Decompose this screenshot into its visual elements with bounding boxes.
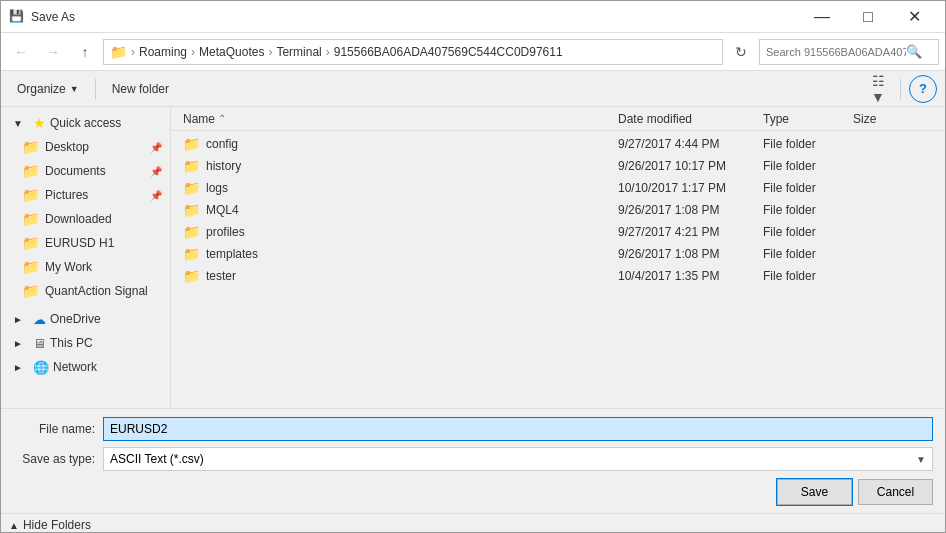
saveastype-row: Save as type: ASCII Text (*.csv) ▼ bbox=[13, 447, 933, 471]
toolbar: Organize ▼ New folder ☷ ▼ ? bbox=[1, 71, 945, 107]
folder-icon: 📁 bbox=[183, 224, 200, 240]
file-name-text: MQL4 bbox=[206, 203, 239, 217]
cancel-button[interactable]: Cancel bbox=[858, 479, 933, 505]
table-row[interactable]: 📁 config 9/27/2017 4:44 PM File folder bbox=[171, 133, 945, 155]
sidebar-item-documents[interactable]: 📁 Documents 📌 bbox=[13, 159, 170, 183]
file-type-cell: File folder bbox=[763, 247, 853, 261]
sidebar-item-pictures[interactable]: 📁 Pictures 📌 bbox=[13, 183, 170, 207]
column-header-type[interactable]: Type bbox=[763, 112, 853, 126]
desktop-pin-icon: 📌 bbox=[150, 142, 162, 153]
sidebar-item-desktop[interactable]: 📁 Desktop 📌 bbox=[13, 135, 170, 159]
help-button[interactable]: ? bbox=[909, 75, 937, 103]
file-name-text: profiles bbox=[206, 225, 245, 239]
refresh-button[interactable]: ↻ bbox=[727, 38, 755, 66]
folder-icon: 📁 bbox=[183, 246, 200, 262]
table-row[interactable]: 📁 tester 10/4/2017 1:35 PM File folder bbox=[171, 265, 945, 287]
file-name-cell: 📁 logs bbox=[183, 180, 618, 196]
file-name-cell: 📁 templates bbox=[183, 246, 618, 262]
close-button[interactable]: ✕ bbox=[891, 1, 937, 33]
sidebar-quick-access-header[interactable]: ▼ ★ Quick access bbox=[1, 111, 170, 135]
sidebar-pictures-label: Pictures bbox=[45, 188, 88, 202]
file-name-text: templates bbox=[206, 247, 258, 261]
sidebar-network-label: Network bbox=[53, 360, 97, 374]
thispc-chevron-icon: ► bbox=[9, 334, 27, 352]
back-button[interactable]: ← bbox=[7, 38, 35, 66]
maximize-button[interactable]: □ bbox=[845, 1, 891, 33]
sidebar-item-onedrive[interactable]: ► ☁ OneDrive bbox=[1, 307, 170, 331]
hide-folders-button[interactable]: ▲ Hide Folders bbox=[9, 518, 91, 532]
pictures-pin-icon: 📌 bbox=[150, 190, 162, 201]
network-icon: 🌐 bbox=[33, 360, 49, 375]
sidebar-item-thispc[interactable]: ► 🖥 This PC bbox=[1, 331, 170, 355]
minimize-button[interactable]: — bbox=[799, 1, 845, 33]
file-date-cell: 9/26/2017 1:08 PM bbox=[618, 203, 763, 217]
file-type-cell: File folder bbox=[763, 269, 853, 283]
sidebar-item-quantaction[interactable]: 📁 QuantAction Signal bbox=[13, 279, 170, 303]
folder-icon: 📁 bbox=[183, 180, 200, 196]
saveastype-value: ASCII Text (*.csv) bbox=[110, 452, 204, 466]
file-name-cell: 📁 config bbox=[183, 136, 618, 152]
sidebar-mywork-label: My Work bbox=[45, 260, 92, 274]
file-name-cell: 📁 profiles bbox=[183, 224, 618, 240]
folder-icon: 📁 bbox=[183, 202, 200, 218]
path-home-icon: 📁 bbox=[110, 44, 127, 60]
titlebar: 💾 Save As — □ ✕ bbox=[1, 1, 945, 33]
path-part-terminal: Terminal bbox=[276, 45, 321, 59]
search-input[interactable] bbox=[766, 46, 906, 58]
hide-folders-chevron-icon: ▲ bbox=[9, 520, 19, 531]
sidebar-desktop-label: Desktop bbox=[45, 140, 89, 154]
desktop-folder-icon: 📁 bbox=[21, 138, 39, 156]
file-name-text: history bbox=[206, 159, 241, 173]
file-list-header: Name ⌃ Date modified Type Size bbox=[171, 107, 945, 131]
table-row[interactable]: 📁 MQL4 9/26/2017 1:08 PM File folder bbox=[171, 199, 945, 221]
column-header-date[interactable]: Date modified bbox=[618, 112, 763, 126]
file-date-cell: 9/26/2017 10:17 PM bbox=[618, 159, 763, 173]
table-row[interactable]: 📁 history 9/26/2017 10:17 PM File folder bbox=[171, 155, 945, 177]
col-date-label: Date modified bbox=[618, 112, 692, 126]
folder-icon: 📁 bbox=[183, 268, 200, 284]
column-header-name[interactable]: Name ⌃ bbox=[183, 112, 618, 126]
sidebar-quick-access-label: Quick access bbox=[50, 116, 121, 130]
up-button[interactable]: ↑ bbox=[71, 38, 99, 66]
sidebar-item-my-work[interactable]: 📁 My Work bbox=[13, 255, 170, 279]
path-display: 📁 › Roaming › MetaQuotes › Terminal › 91… bbox=[110, 44, 563, 60]
sidebar-onedrive-label: OneDrive bbox=[50, 312, 101, 326]
file-date-cell: 9/26/2017 1:08 PM bbox=[618, 247, 763, 261]
file-name-text: logs bbox=[206, 181, 228, 195]
sidebar-item-eurusd-h1[interactable]: 📁 EURUSD H1 bbox=[13, 231, 170, 255]
file-name-cell: 📁 history bbox=[183, 158, 618, 174]
forward-button[interactable]: → bbox=[39, 38, 67, 66]
table-row[interactable]: 📁 templates 9/26/2017 1:08 PM File folde… bbox=[171, 243, 945, 265]
address-path[interactable]: 📁 › Roaming › MetaQuotes › Terminal › 91… bbox=[103, 39, 723, 65]
saveastype-label: Save as type: bbox=[13, 452, 103, 466]
column-header-size[interactable]: Size bbox=[853, 112, 933, 126]
file-name-cell: 📁 tester bbox=[183, 268, 618, 284]
file-name-cell: 📁 MQL4 bbox=[183, 202, 618, 218]
toolbar-separator-2 bbox=[900, 79, 901, 99]
col-type-label: Type bbox=[763, 112, 789, 126]
organize-chevron-icon: ▼ bbox=[70, 84, 79, 94]
bottom-form: File name: Save as type: ASCII Text (*.c… bbox=[1, 408, 945, 513]
search-icon: 🔍 bbox=[906, 44, 922, 59]
sidebar-quick-access-items: 📁 Desktop 📌 📁 Documents 📌 📁 Pictures 📌 bbox=[1, 135, 170, 303]
toolbar-separator bbox=[95, 79, 96, 99]
pictures-folder-icon: 📁 bbox=[21, 186, 39, 204]
main-content: ▼ ★ Quick access 📁 Desktop 📌 📁 Documents… bbox=[1, 107, 945, 408]
file-type-cell: File folder bbox=[763, 181, 853, 195]
window-icon: 💾 bbox=[9, 9, 25, 25]
filename-input[interactable] bbox=[103, 417, 933, 441]
save-button[interactable]: Save bbox=[777, 479, 852, 505]
sidebar-item-downloaded[interactable]: 📁 Downloaded bbox=[13, 207, 170, 231]
table-row[interactable]: 📁 logs 10/10/2017 1:17 PM File folder bbox=[171, 177, 945, 199]
file-list: Name ⌃ Date modified Type Size 📁 config bbox=[171, 107, 945, 408]
sidebar-thispc-label: This PC bbox=[50, 336, 93, 350]
organize-button[interactable]: Organize ▼ bbox=[9, 76, 87, 102]
saveastype-select[interactable]: ASCII Text (*.csv) ▼ bbox=[103, 447, 933, 471]
new-folder-button[interactable]: New folder bbox=[104, 76, 177, 102]
table-row[interactable]: 📁 profiles 9/27/2017 4:21 PM File folder bbox=[171, 221, 945, 243]
thispc-icon: 🖥 bbox=[33, 336, 46, 351]
search-box[interactable]: 🔍 bbox=[759, 39, 939, 65]
downloaded-folder-icon: 📁 bbox=[21, 210, 39, 228]
view-options-button[interactable]: ☷ ▼ bbox=[864, 76, 892, 102]
sidebar-item-network[interactable]: ► 🌐 Network bbox=[1, 355, 170, 379]
